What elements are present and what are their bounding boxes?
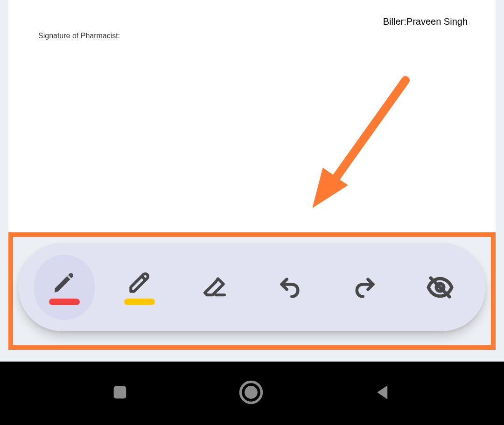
annotation-toolbar — [18, 243, 486, 331]
highlighter-tool[interactable] — [109, 255, 170, 320]
highlighter-color-swatch — [124, 299, 155, 305]
redo-button[interactable] — [335, 255, 395, 320]
circle-icon — [238, 380, 264, 407]
biller-line: Biller:Praveen Singh — [383, 16, 468, 27]
nav-recent-button[interactable] — [111, 383, 129, 404]
triangle-left-icon — [373, 382, 393, 404]
highlighter-icon — [126, 270, 153, 296]
undo-button[interactable] — [259, 255, 320, 320]
svg-rect-5 — [114, 386, 126, 399]
pen-color-swatch — [49, 299, 80, 305]
eye-off-icon — [426, 273, 454, 301]
pen-icon — [51, 270, 77, 296]
undo-icon — [278, 275, 302, 300]
document-page: Biller:Praveen Singh Signature of Pharma… — [8, 0, 496, 233]
biller-label: Biller: — [383, 16, 406, 27]
svg-point-7 — [245, 386, 258, 399]
biller-name: Praveen Singh — [406, 16, 468, 27]
eraser-icon — [202, 274, 228, 300]
pen-tool[interactable] — [34, 255, 95, 320]
signature-label: Signature of Pharmacist: — [38, 32, 120, 40]
nav-home-button[interactable] — [238, 380, 264, 407]
hide-annotations-button[interactable] — [410, 255, 470, 320]
redo-icon — [353, 275, 377, 300]
nav-back-button[interactable] — [373, 382, 393, 404]
system-navbar — [0, 362, 504, 425]
square-icon — [111, 383, 129, 404]
eraser-tool[interactable] — [184, 255, 245, 320]
